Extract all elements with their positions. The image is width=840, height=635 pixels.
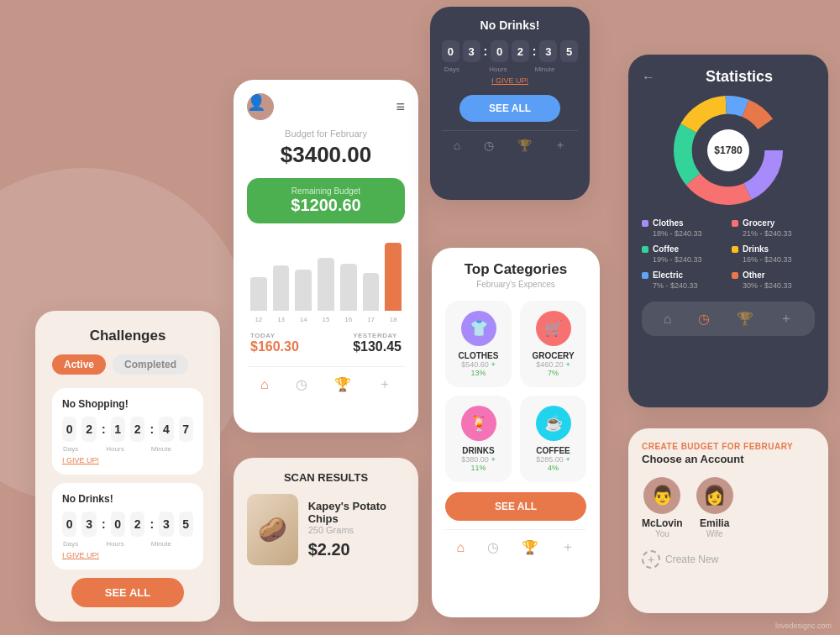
bar bbox=[273, 265, 290, 311]
categories-bottom-nav: ⌂ ◷ 🏆 ＋ bbox=[445, 529, 586, 556]
bar bbox=[250, 277, 267, 312]
emilia-role: Wife bbox=[696, 529, 733, 538]
pie-center-value: $1780 bbox=[707, 129, 749, 171]
timer-labels2: Days Hours Minute bbox=[62, 540, 193, 548]
create-budget-label: CREATE BUDGET FOR FEBRUARY bbox=[642, 442, 815, 451]
account-emilia[interactable]: 👩 Emilia Wife bbox=[696, 477, 733, 538]
minute-label: Minute bbox=[151, 445, 171, 453]
challenge-no-shopping: No Shopping! 0 2 : 1 2 : 4 7 Days Hours … bbox=[52, 388, 203, 475]
timer-box: 0 bbox=[111, 512, 125, 537]
statistics-card: ← Statistics $1780 Clothes 18% - $240.33 bbox=[628, 55, 828, 407]
chart-label: 14 bbox=[295, 316, 312, 323]
drinks-amount: $380.00 + 11% bbox=[455, 455, 501, 472]
account-mclovin[interactable]: 👨 McLovin You bbox=[642, 477, 683, 538]
timer-box: 0 bbox=[491, 40, 508, 62]
plus-icon-cat[interactable]: ＋ bbox=[561, 538, 575, 556]
today-label: TODAY bbox=[250, 332, 299, 339]
timer-sep: : bbox=[484, 45, 488, 58]
completed-tab[interactable]: Completed bbox=[113, 354, 188, 375]
see-all-challenges[interactable]: SEE ALL bbox=[71, 578, 184, 607]
grocery-icon: 🛒 bbox=[536, 311, 571, 346]
remaining-label: Remaining Budget bbox=[255, 186, 396, 196]
trophy-icon-stats[interactable]: 🏆 bbox=[737, 311, 753, 327]
emilia-name: Emilia bbox=[696, 517, 733, 529]
home-icon-stats[interactable]: ⌂ bbox=[664, 312, 672, 327]
other-dot bbox=[732, 272, 738, 279]
timer-box: 2 bbox=[512, 40, 529, 62]
timer-box: 3 bbox=[159, 512, 173, 537]
scan-card: SCAN RESULTS 🥔 Kapey's Potato Chips 250 … bbox=[234, 458, 418, 622]
timer-sep: : bbox=[533, 45, 537, 58]
coffee-dot bbox=[642, 246, 648, 253]
home-icon-dark[interactable]: ⌂ bbox=[454, 139, 460, 152]
legend-electric: Electric 7% - $240.33 bbox=[642, 270, 725, 290]
clock-icon-cat[interactable]: ◷ bbox=[487, 539, 499, 555]
timer-box: 7 bbox=[179, 417, 193, 442]
timer-labels-dark: Days Hours Minute bbox=[442, 66, 578, 73]
create-new-button[interactable]: + Create New bbox=[642, 550, 718, 569]
clothes-amount: $540.60 + 13% bbox=[455, 360, 501, 377]
categories-subtitle: February's Expences bbox=[445, 280, 586, 289]
category-drinks[interactable]: 🍹 DRINKS $380.00 + 11% bbox=[445, 396, 512, 482]
active-tab[interactable]: Active bbox=[52, 354, 106, 375]
category-clothes[interactable]: 👕 CLOTHES $540.60 + 13% bbox=[445, 301, 512, 387]
pie-chart: $1780 bbox=[674, 96, 783, 205]
days-label: Days bbox=[62, 540, 79, 548]
chart-icon-stats[interactable]: ◷ bbox=[698, 311, 710, 327]
today-block: TODAY $160.30 bbox=[250, 332, 299, 354]
give-up-shopping[interactable]: I GIVE UP! bbox=[62, 456, 193, 464]
clock-icon-dark[interactable]: ◷ bbox=[484, 139, 494, 152]
give-up-drinks[interactable]: I GIVE UP! bbox=[62, 551, 193, 559]
see-all-top[interactable]: SEE ALL bbox=[459, 95, 560, 122]
trophy-icon[interactable]: 🏆 bbox=[334, 376, 351, 392]
no-drinks-timer: 0 3 : 0 2 : 3 5 bbox=[442, 40, 578, 62]
mclovin-avatar: 👨 bbox=[643, 477, 680, 514]
trophy-icon-dark[interactable]: 🏆 bbox=[517, 139, 532, 152]
give-up-top[interactable]: I GIVE UP! bbox=[442, 76, 578, 85]
category-grocery[interactable]: 🛒 GROCERY $460.20 + 7% bbox=[520, 301, 586, 387]
menu-icon[interactable]: ≡ bbox=[396, 98, 405, 116]
home-icon[interactable]: ⌂ bbox=[260, 377, 269, 392]
product-image: 🥔 bbox=[247, 494, 298, 565]
timer-box: 1 bbox=[111, 417, 125, 442]
category-coffee[interactable]: ☕ COFFEE $285.00 + 4% bbox=[520, 396, 586, 482]
timer-sep: : bbox=[150, 422, 154, 436]
product-name: Kapey's Potato Chips bbox=[308, 500, 405, 525]
coffee-legend-info: 19% - $240.33 bbox=[642, 255, 725, 264]
plus-icon[interactable]: ＋ bbox=[378, 375, 391, 393]
minute-label2 bbox=[176, 445, 193, 453]
clothes-icon: 👕 bbox=[461, 311, 496, 346]
dark-nav: ⌂ ◷ 🏆 ＋ bbox=[442, 130, 578, 153]
timer-box: 0 bbox=[442, 40, 459, 62]
back-button[interactable]: ← bbox=[642, 70, 655, 85]
grocery-legend-info: 21% - $240.33 bbox=[732, 229, 815, 238]
mclovin-role: You bbox=[642, 529, 683, 538]
account-row: 👨 McLovin You 👩 Emilia Wife bbox=[642, 477, 815, 538]
grocery-amount: $460.20 + 7% bbox=[530, 360, 576, 377]
no-shopping-timer: 0 2 : 1 2 : 4 7 bbox=[62, 417, 193, 442]
timer-box: 2 bbox=[130, 417, 144, 442]
hours-label: Hours bbox=[106, 540, 123, 548]
stats-legend: Clothes 18% - $240.33 Grocery 21% - $240… bbox=[642, 218, 815, 290]
today-value: $160.30 bbox=[250, 339, 299, 354]
legend-other: Other 30% - $240.33 bbox=[732, 270, 815, 290]
timer-sep: : bbox=[150, 517, 154, 531]
timer-labels: Days Hours Minute bbox=[62, 445, 193, 453]
emilia-avatar: 👩 bbox=[696, 477, 733, 514]
other-legend-name: Other bbox=[743, 270, 765, 280]
challenges-card: Challenges Active Completed No Shopping!… bbox=[35, 311, 220, 622]
remaining-box: Remaining Budget $1200.60 bbox=[247, 178, 405, 223]
plus-icon-dark[interactable]: ＋ bbox=[554, 138, 566, 153]
plus-icon-stats[interactable]: ＋ bbox=[780, 310, 793, 328]
trophy-icon-cat[interactable]: 🏆 bbox=[522, 539, 538, 555]
timer-box: 4 bbox=[159, 417, 173, 442]
home-icon-cat[interactable]: ⌂ bbox=[457, 540, 465, 555]
days-label2 bbox=[84, 445, 101, 453]
challenges-title: Challenges bbox=[52, 328, 203, 344]
clock-icon[interactable]: ◷ bbox=[296, 376, 307, 392]
legend-drinks: Drinks 16% - $240.33 bbox=[732, 244, 815, 264]
stats-header: ← Statistics bbox=[642, 68, 815, 86]
see-all-categories[interactable]: SEE ALL bbox=[445, 492, 586, 521]
product-weight: 250 Grams bbox=[308, 525, 405, 535]
budget-amount: $3400.00 bbox=[247, 142, 405, 168]
